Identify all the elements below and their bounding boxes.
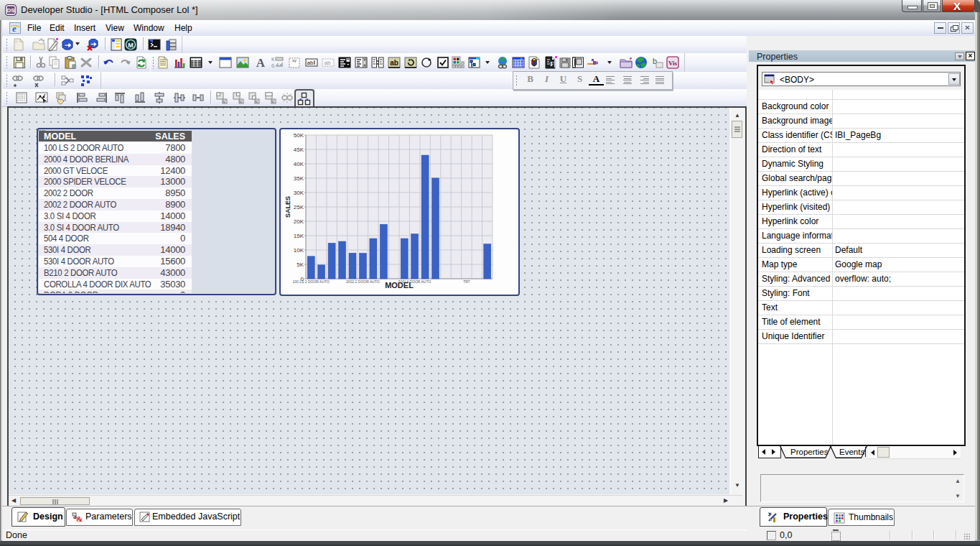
svg-text:30K: 30K: [294, 190, 304, 196]
svg-text:5K: 5K: [297, 262, 304, 268]
svg-text:F: F: [550, 60, 554, 68]
svg-text:35K: 35K: [294, 175, 304, 182]
svg-text:100 LS 2 DOOR AUTO: 100 LS 2 DOOR AUTO: [293, 279, 330, 284]
svg-text:SALES: SALES: [284, 196, 291, 218]
svg-text:ab: ab: [307, 60, 314, 66]
svg-text:K: K: [271, 57, 275, 63]
svg-text:ab: ab: [325, 60, 331, 66]
svg-text:A: A: [256, 56, 266, 70]
svg-text:25K: 25K: [294, 204, 304, 210]
svg-text:ab: ab: [390, 59, 398, 67]
svg-text:MODEL: MODEL: [385, 281, 414, 290]
svg-text:G: G: [271, 63, 274, 69]
svg-text:20K: 20K: [294, 218, 304, 225]
svg-text:Vis: Vis: [668, 60, 678, 67]
svg-text:xy: xy: [292, 58, 297, 63]
svg-text:e: e: [12, 23, 17, 34]
svg-text:40K: 40K: [294, 161, 304, 167]
svg-text:50K: 50K: [294, 132, 304, 139]
svg-text:15K: 15K: [294, 233, 304, 239]
svg-text:10K: 10K: [294, 247, 304, 254]
svg-text:&: &: [76, 514, 83, 523]
svg-text:45K: 45K: [294, 147, 304, 153]
svg-text:2002 2 DOOR AUTO: 2002 2 DOOR AUTO: [346, 279, 380, 284]
svg-text:M: M: [128, 42, 134, 49]
svg-text:TR7: TR7: [463, 279, 470, 284]
